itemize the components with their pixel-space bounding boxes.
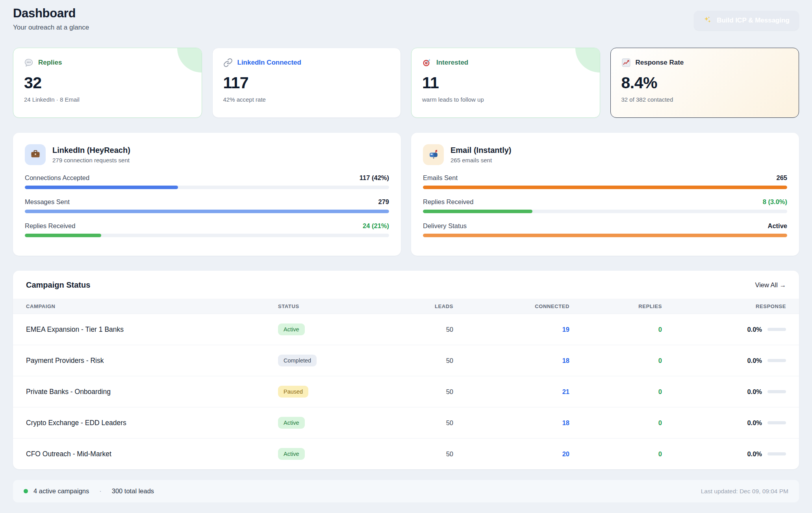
stat-sub: warm leads to follow up bbox=[422, 96, 589, 103]
channel-card-email: Email (Instantly) 265 emails sent Emails… bbox=[411, 133, 799, 256]
connected-value: 18 bbox=[453, 357, 569, 364]
chart-up-icon bbox=[621, 58, 631, 67]
column-header-response: Response bbox=[662, 303, 786, 309]
progress-track bbox=[423, 210, 787, 213]
progress-fill bbox=[25, 234, 101, 237]
corner-decoration bbox=[575, 48, 600, 72]
page-subtitle: Your outreach at a glance bbox=[13, 24, 89, 32]
column-header-campaign: Campaign bbox=[26, 303, 278, 309]
column-header-replies: Replies bbox=[569, 303, 662, 309]
metric-delivery-status: Delivery StatusActive bbox=[423, 222, 787, 237]
summary-separator: · bbox=[95, 487, 106, 495]
progress-track bbox=[423, 234, 787, 237]
metric-emails-sent: Emails Sent265 bbox=[423, 174, 787, 189]
channel-subtitle: 279 connection requests sent bbox=[52, 157, 130, 164]
table-row[interactable]: Payment Providers - Risk Completed 50 18… bbox=[13, 345, 799, 376]
connected-value: 20 bbox=[453, 450, 569, 458]
leads-value: 50 bbox=[390, 450, 453, 458]
campaign-name: Payment Providers - Risk bbox=[26, 357, 278, 365]
target-icon bbox=[422, 58, 432, 67]
sparkles-icon bbox=[703, 16, 713, 25]
build-icp-label: Build ICP & Messaging bbox=[717, 17, 790, 24]
last-updated-text: Last updated: Dec 09, 09:04 PM bbox=[701, 488, 788, 495]
progress-track bbox=[25, 186, 389, 189]
progress-fill bbox=[25, 186, 178, 189]
stat-label: Interested bbox=[436, 59, 468, 67]
stat-card-linkedin-connected: LinkedIn Connected 117 42% accept rate bbox=[212, 48, 401, 118]
status-badge: Active bbox=[278, 323, 305, 335]
metric-label: Messages Sent bbox=[25, 198, 70, 206]
progress-fill bbox=[25, 210, 389, 213]
status-badge: Active bbox=[278, 417, 305, 429]
table-header: Campaign Status Leads Connected Replies … bbox=[13, 299, 799, 314]
column-header-status: Status bbox=[278, 303, 390, 309]
status-badge: Completed bbox=[278, 355, 317, 366]
page-title: Dashboard bbox=[13, 6, 89, 20]
progress-fill bbox=[423, 234, 787, 237]
response-value: 0.0% bbox=[747, 357, 762, 364]
metric-value: 8 (3.0%) bbox=[763, 198, 787, 206]
metric-replies-received: Replies Received24 (21%) bbox=[25, 222, 389, 237]
speech-bubble-icon bbox=[24, 58, 33, 67]
campaign-name: Crypto Exchange - EDD Leaders bbox=[26, 419, 278, 427]
replies-value: 0 bbox=[569, 326, 662, 333]
link-icon bbox=[223, 58, 233, 67]
metric-label: Replies Received bbox=[423, 198, 473, 206]
table-row[interactable]: CFO Outreach - Mid-Market Active 50 20 0… bbox=[13, 438, 799, 469]
leads-value: 50 bbox=[390, 357, 453, 364]
stat-sub: 42% accept rate bbox=[223, 96, 390, 103]
table-row[interactable]: Private Banks - Onboarding Paused 50 21 … bbox=[13, 376, 799, 407]
page-header: Dashboard Your outreach at a glance Buil… bbox=[13, 6, 799, 41]
build-icp-button[interactable]: Build ICP & Messaging bbox=[694, 11, 799, 30]
stat-label: Response Rate bbox=[636, 59, 684, 67]
stat-label: LinkedIn Connected bbox=[237, 59, 301, 67]
stat-sub: 24 LinkedIn · 8 Email bbox=[24, 96, 191, 103]
stats-row: Replies 32 24 LinkedIn · 8 Email LinkedI… bbox=[13, 48, 799, 118]
replies-value: 0 bbox=[569, 388, 662, 396]
stat-card-replies: Replies 32 24 LinkedIn · 8 Email bbox=[13, 48, 202, 118]
briefcase-icon bbox=[30, 149, 41, 161]
stat-value: 8.4% bbox=[621, 74, 788, 92]
replies-value: 0 bbox=[569, 357, 662, 364]
channel-icon-box bbox=[423, 144, 444, 165]
progress-track bbox=[25, 234, 389, 237]
metric-value: 24 (21%) bbox=[363, 222, 389, 230]
progress-fill bbox=[423, 210, 532, 213]
metric-messages-sent: Messages Sent279 bbox=[25, 198, 389, 213]
metric-replies-received: Replies Received8 (3.0%) bbox=[423, 198, 787, 213]
total-leads-summary: 300 total leads bbox=[112, 487, 154, 495]
channel-title: Email (Instantly) bbox=[450, 146, 511, 155]
metric-label: Replies Received bbox=[25, 222, 75, 230]
channel-icon-box bbox=[25, 144, 46, 165]
metric-connections-accepted: Connections Accepted117 (42%) bbox=[25, 174, 389, 189]
metric-label: Delivery Status bbox=[423, 222, 467, 230]
response-value: 0.0% bbox=[747, 450, 762, 458]
response-progress-pill bbox=[768, 359, 786, 362]
leads-value: 50 bbox=[390, 419, 453, 427]
metric-value: 279 bbox=[378, 198, 389, 206]
status-badge: Paused bbox=[278, 386, 308, 398]
mailbox-icon bbox=[428, 149, 439, 161]
table-row[interactable]: Crypto Exchange - EDD Leaders Active 50 … bbox=[13, 407, 799, 438]
stat-card-interested: Interested 11 warm leads to follow up bbox=[411, 48, 600, 118]
response-progress-pill bbox=[768, 421, 786, 424]
response-value: 0.0% bbox=[747, 326, 762, 333]
campaign-status-card: Campaign Status View All → Campaign Stat… bbox=[13, 271, 799, 469]
replies-value: 0 bbox=[569, 450, 662, 458]
table-row[interactable]: EMEA Expansion - Tier 1 Banks Active 50 … bbox=[13, 314, 799, 345]
metric-value: Active bbox=[768, 222, 787, 230]
stat-sub: 32 of 382 contacted bbox=[621, 96, 788, 103]
stat-value: 11 bbox=[422, 74, 589, 92]
connected-value: 18 bbox=[453, 419, 569, 427]
channel-subtitle: 265 emails sent bbox=[450, 157, 511, 164]
campaign-name: EMEA Expansion - Tier 1 Banks bbox=[26, 325, 278, 334]
active-status-dot bbox=[24, 489, 28, 493]
replies-value: 0 bbox=[569, 419, 662, 427]
metric-label: Connections Accepted bbox=[25, 174, 89, 182]
channels-row: LinkedIn (HeyReach) 279 connection reque… bbox=[13, 133, 799, 256]
leads-value: 50 bbox=[390, 388, 453, 396]
metric-label: Emails Sent bbox=[423, 174, 458, 182]
view-all-link[interactable]: View All → bbox=[755, 281, 786, 289]
footer-summary-bar: 4 active campaigns · 300 total leads Las… bbox=[13, 480, 799, 502]
connected-value: 21 bbox=[453, 388, 569, 396]
